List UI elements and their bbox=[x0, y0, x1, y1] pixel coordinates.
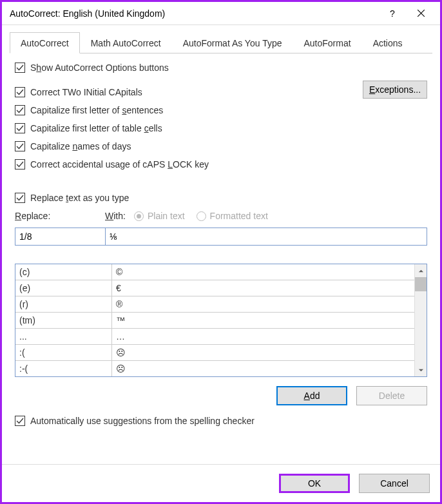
close-button[interactable] bbox=[407, 4, 435, 23]
names-days-row: Capitalize names of days bbox=[15, 141, 427, 151]
scroll-track[interactable] bbox=[415, 291, 427, 363]
cell-from: (r) bbox=[15, 296, 112, 312]
checkbox-caps-lock[interactable] bbox=[15, 159, 25, 170]
radio-plain-text: Plain text bbox=[134, 211, 185, 221]
check-icon bbox=[16, 160, 24, 168]
checkbox-names-days[interactable] bbox=[15, 141, 25, 151]
replace-section: Replace text as you type Replace: With: … bbox=[15, 193, 427, 434]
checkbox-show-options[interactable] bbox=[15, 63, 25, 73]
check-icon bbox=[16, 124, 24, 132]
autocorrect-dialog: AutoCorrect: English (United Kingdom) ? … bbox=[0, 0, 442, 504]
cell-from: (e) bbox=[15, 280, 112, 296]
plain-text-label: Plain text bbox=[148, 211, 185, 221]
radio-formatted-text: Formatted text bbox=[197, 211, 268, 221]
table-buttons-row: Add Delete bbox=[15, 386, 427, 405]
window-title: AutoCorrect: English (United Kingdom) bbox=[10, 8, 378, 19]
autocorrect-panel: Show AutoCorrect Options buttons Excepti… bbox=[10, 53, 432, 458]
checkbox-spell-suggest[interactable] bbox=[15, 416, 25, 426]
cell-to: … bbox=[112, 331, 414, 342]
scroll-down-button[interactable] bbox=[415, 363, 427, 376]
caps-lock-row: Correct accidental usage of cAPS LOCK ke… bbox=[15, 159, 427, 170]
replace-text-row: Replace text as you type bbox=[15, 193, 427, 203]
check-icon bbox=[16, 142, 24, 150]
caps-lock-label: Correct accidental usage of cAPS LOCK ke… bbox=[30, 159, 209, 170]
table-row[interactable]: ... … bbox=[15, 329, 414, 345]
add-button[interactable]: Add bbox=[276, 386, 347, 405]
table-row[interactable]: (r) ® bbox=[15, 296, 414, 313]
checkbox-first-sentence[interactable] bbox=[15, 105, 25, 115]
content-area: AutoCorrect Math AutoCorrect AutoFormat … bbox=[2, 25, 440, 464]
cell-from: :-( bbox=[15, 361, 112, 376]
radio-formatted-circle bbox=[197, 211, 206, 221]
replace-input[interactable] bbox=[15, 228, 105, 246]
radio-plain-circle bbox=[134, 211, 144, 221]
spell-suggest-row: Automatically use suggestions from the s… bbox=[15, 416, 427, 426]
radio-dot-icon bbox=[137, 214, 141, 218]
table-scrollbar[interactable] bbox=[414, 264, 427, 376]
scroll-up-button[interactable] bbox=[415, 264, 427, 277]
replacements-table: (c) © (e) € (r) ® (tm) ™ bbox=[15, 264, 427, 377]
cell-to: ☹ bbox=[112, 363, 414, 374]
table-row[interactable]: (tm) ™ bbox=[15, 313, 414, 329]
table-body[interactable]: (c) © (e) € (r) ® (tm) ™ bbox=[15, 264, 414, 376]
tab-actions[interactable]: Actions bbox=[362, 32, 414, 53]
cell-to: ® bbox=[112, 299, 414, 309]
scroll-thumb[interactable] bbox=[415, 277, 427, 291]
cell-from: (c) bbox=[15, 264, 112, 280]
titlebar: AutoCorrect: English (United Kingdom) ? bbox=[2, 2, 440, 25]
ok-button[interactable]: OK bbox=[279, 474, 350, 493]
checkbox-replace-text[interactable] bbox=[15, 193, 25, 203]
two-initial-label: Correct TWo INitial CApitals bbox=[30, 87, 142, 97]
show-options-row: Show AutoCorrect Options buttons bbox=[15, 63, 427, 73]
tab-autocorrect[interactable]: AutoCorrect bbox=[10, 32, 80, 53]
exceptions-button[interactable]: Exceptions... bbox=[363, 81, 427, 99]
close-icon bbox=[418, 10, 425, 17]
check-icon bbox=[16, 88, 24, 96]
chevron-down-icon bbox=[418, 367, 424, 373]
chevron-up-icon bbox=[418, 268, 424, 274]
check-icon bbox=[16, 417, 24, 425]
cancel-button[interactable]: Cancel bbox=[359, 474, 430, 493]
with-label: With: bbox=[105, 211, 134, 221]
input-row bbox=[15, 228, 427, 246]
formatted-text-label: Formatted text bbox=[210, 211, 268, 221]
table-row[interactable]: :-( ☹ bbox=[15, 361, 414, 376]
tab-math-autocorrect[interactable]: Math AutoCorrect bbox=[80, 32, 172, 53]
names-days-label: Capitalize names of days bbox=[30, 141, 131, 151]
first-sentence-row: Capitalize first letter of sentences bbox=[15, 105, 427, 115]
check-icon bbox=[16, 194, 24, 202]
table-row[interactable]: :( ☹ bbox=[15, 345, 414, 361]
dialog-footer: OK Cancel bbox=[2, 464, 440, 502]
checkbox-two-initial[interactable] bbox=[15, 87, 25, 97]
with-input[interactable] bbox=[105, 228, 427, 246]
cell-to: ™ bbox=[112, 315, 414, 325]
first-table-label: Capitalize first letter of table cells bbox=[30, 123, 162, 133]
replace-label: Replace: bbox=[15, 211, 105, 221]
delete-button: Delete bbox=[356, 386, 427, 405]
cell-to: € bbox=[112, 283, 414, 293]
tab-autoformat[interactable]: AutoFormat bbox=[293, 32, 361, 53]
help-button[interactable]: ? bbox=[378, 4, 407, 23]
check-icon bbox=[16, 64, 24, 72]
checkbox-first-table[interactable] bbox=[15, 123, 25, 133]
cell-from: (tm) bbox=[15, 313, 112, 328]
first-table-row: Capitalize first letter of table cells bbox=[15, 123, 427, 133]
replace-text-label: Replace text as you type bbox=[30, 193, 129, 203]
cell-from: ... bbox=[15, 329, 112, 344]
first-sentence-label: Capitalize first letter of sentences bbox=[30, 105, 163, 115]
field-labels-row: Replace: With: Plain text Formatted text bbox=[15, 211, 427, 221]
table-row[interactable]: (c) © bbox=[15, 264, 414, 280]
tab-strip: AutoCorrect Math AutoCorrect AutoFormat … bbox=[10, 32, 432, 53]
cell-from: :( bbox=[15, 345, 112, 360]
check-icon bbox=[16, 106, 24, 114]
format-radio-group: Plain text Formatted text bbox=[134, 211, 268, 221]
cell-to: ☹ bbox=[112, 347, 414, 358]
show-options-label: Show AutoCorrect Options buttons bbox=[30, 63, 169, 73]
table-row[interactable]: (e) € bbox=[15, 280, 414, 296]
cell-to: © bbox=[112, 267, 414, 277]
spell-suggest-label: Automatically use suggestions from the s… bbox=[30, 416, 255, 426]
tab-autoformat-as-you-type[interactable]: AutoFormat As You Type bbox=[172, 32, 293, 53]
